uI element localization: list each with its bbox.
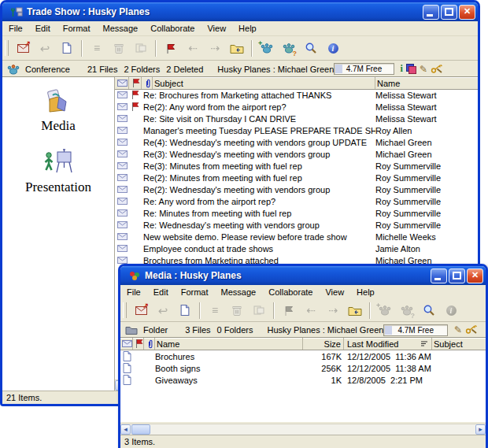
message-row[interactable]: Re(2): Wednesday's meeting with vendors … — [115, 183, 478, 195]
toolbar-grip[interactable] — [5, 40, 9, 56]
modified-column-header[interactable]: Last Modified — [344, 338, 432, 350]
message-row[interactable]: Re: Site visit on Thursday I CAN DRIVEMe… — [115, 113, 478, 124]
parent-folder-button[interactable] — [227, 39, 247, 58]
media-collage-icon — [43, 88, 73, 117]
menu-format[interactable]: Format — [175, 285, 215, 299]
location-label: Husky Planes : Michael Green — [267, 325, 383, 335]
who-is-online-button[interactable]: ? — [397, 301, 417, 320]
file-name: Giveaways — [155, 376, 303, 385]
who-is-online-button[interactable]: ? — [279, 39, 299, 58]
new-message-button[interactable]: ↗ — [13, 39, 33, 58]
key-pencil-icon — [431, 64, 443, 75]
menu-help[interactable]: Help — [232, 21, 263, 35]
message-row[interactable]: Re(3): Minutes from meeting with fuel re… — [115, 160, 478, 172]
menu-file[interactable]: File — [120, 285, 147, 299]
get-info-button[interactable]: i — [441, 301, 461, 320]
message-row[interactable]: Re: Any word from the airport rep?Roy Su… — [115, 195, 478, 207]
message-row[interactable]: New website demo. Please review before t… — [115, 231, 478, 243]
scrollbar-thumb[interactable] — [131, 424, 150, 435]
next-unread-button[interactable]: ⇢ — [323, 301, 343, 320]
minimize-button[interactable] — [423, 5, 439, 20]
envelope-column-header[interactable] — [120, 338, 133, 350]
close-button[interactable] — [467, 268, 483, 283]
message-row[interactable]: Re(3): Wednesday's meeting with vendors … — [115, 148, 478, 160]
scroll-left-button[interactable]: ◂ — [120, 424, 131, 435]
attachment-column-header[interactable] — [142, 77, 153, 89]
scrollbar-track[interactable] — [151, 424, 475, 435]
file-count: 21 Files — [87, 65, 118, 74]
split-view-button[interactable] — [249, 301, 269, 320]
menu-collaborate[interactable]: Collaborate — [144, 21, 201, 35]
history-button[interactable]: ≡ — [205, 301, 225, 320]
toolbar-grip[interactable] — [123, 302, 127, 318]
minimize-button[interactable] — [431, 268, 447, 283]
sidebar-item-media[interactable]: Media — [41, 88, 75, 134]
desktop: Trade Show : Husky Planes FileEditFormat… — [0, 0, 488, 448]
size-column-header[interactable]: Size — [303, 338, 344, 350]
menu-message[interactable]: Message — [97, 21, 145, 35]
folder-count: 0 Folders — [217, 325, 253, 335]
flag-column-header[interactable] — [133, 338, 144, 350]
previous-unread-button[interactable]: ⇠ — [183, 39, 203, 58]
message-row[interactable]: Re(2): Minutes from meeting with fuel re… — [115, 172, 478, 183]
message-row[interactable]: Re(4): Wednesday's meeting with vendors … — [115, 136, 478, 148]
get-info-button[interactable]: i — [323, 39, 343, 58]
message-row[interactable]: Employee conduct at trade showsJamie Alt… — [115, 243, 478, 254]
message-row[interactable]: Re: Minutes from meeting with fuel repRo… — [115, 207, 478, 219]
add-contact-button[interactable]: + — [375, 301, 395, 320]
message-sender: Roy Summerville — [375, 209, 478, 218]
new-document-button[interactable] — [57, 39, 77, 58]
name-column-header[interactable]: Name — [155, 338, 303, 350]
file-row[interactable]: Giveaways1K12/8/2005 2:21 PM — [120, 374, 486, 386]
menu-collaborate[interactable]: Collaborate — [262, 285, 319, 299]
message-row[interactable]: Re: Brochures from Marketing attached TH… — [115, 89, 478, 101]
search-button[interactable] — [419, 301, 439, 320]
menu-view[interactable]: View — [319, 285, 350, 299]
subject-column-header[interactable]: Subject — [432, 338, 486, 350]
message-sender: Roy Summerville — [375, 220, 478, 230]
new-document-button[interactable] — [175, 301, 195, 320]
split-view-button[interactable] — [131, 39, 151, 58]
menu-file[interactable]: File — [2, 21, 29, 35]
titlebar[interactable]: Media : Husky Planes — [120, 266, 486, 285]
delete-button[interactable] — [227, 301, 247, 320]
flag-button[interactable] — [279, 301, 299, 320]
close-button[interactable] — [459, 5, 475, 20]
delete-button[interactable] — [109, 39, 129, 58]
file-row[interactable]: Brochures167K12/12/2005 11:36 AM — [120, 350, 486, 362]
message-row[interactable]: Re(2): Any word from the airport rep?Mel… — [115, 101, 478, 113]
sidebar-item-presentation[interactable]: Presentation — [25, 148, 91, 195]
message-row[interactable]: Manager's meeting Tuesday PLEASE PREPARE… — [115, 124, 478, 136]
maximize-button[interactable] — [449, 268, 465, 283]
message-row[interactable]: Re: Wednesday's meeting with vendors gro… — [115, 219, 478, 231]
maximize-button[interactable] — [441, 5, 457, 20]
reply-button[interactable]: ↩ — [153, 301, 173, 320]
history-button[interactable]: ≡ — [87, 39, 107, 58]
location-label: Husky Planes : Michael Green — [217, 65, 334, 74]
flag-column-header[interactable] — [129, 77, 142, 89]
subject-column-header[interactable]: Subject — [153, 77, 375, 89]
flag-button[interactable] — [161, 39, 181, 58]
scroll-right-button[interactable]: ▸ — [475, 424, 486, 435]
parent-folder-button[interactable] — [345, 301, 365, 320]
file-row[interactable]: Booth signs256K12/12/2005 11:38 AM — [120, 362, 486, 374]
menu-edit[interactable]: Edit — [147, 285, 175, 299]
menu-message[interactable]: Message — [215, 285, 263, 299]
message-sender: Melissa Stewart — [375, 91, 478, 100]
name-column-header[interactable]: Name — [375, 77, 478, 89]
horizontal-scrollbar[interactable]: ◂ ▸ — [120, 424, 486, 435]
menu-help[interactable]: Help — [350, 285, 381, 299]
reply-button[interactable]: ↩ — [35, 39, 55, 58]
message-sender: Michael Green — [375, 150, 478, 159]
menu-view[interactable]: View — [201, 21, 232, 35]
envelope-column-header[interactable] — [115, 77, 129, 89]
titlebar[interactable]: Trade Show : Husky Planes — [2, 2, 478, 21]
attachment-column-header[interactable] — [144, 338, 155, 350]
add-contact-button[interactable]: + — [257, 39, 277, 58]
menu-format[interactable]: Format — [57, 21, 97, 35]
previous-unread-button[interactable]: ⇠ — [301, 301, 321, 320]
search-button[interactable] — [301, 39, 321, 58]
new-message-button[interactable]: ↗ — [131, 301, 151, 320]
menu-edit[interactable]: Edit — [29, 21, 57, 35]
next-unread-button[interactable]: ⇢ — [205, 39, 225, 58]
